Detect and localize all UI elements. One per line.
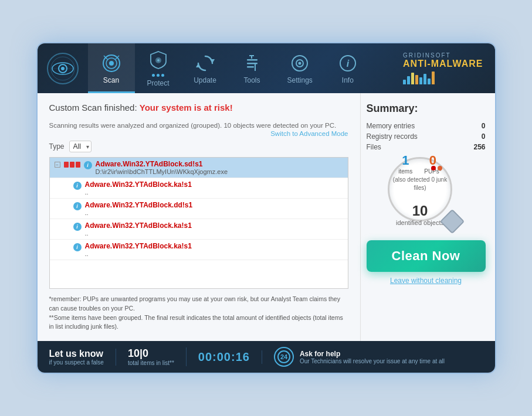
threat-name: Adware.Win32.YTAdBlock.sd!s1 (96, 160, 343, 168)
note-1: *remember: PUPs are unwanted programs yo… (49, 295, 348, 313)
info-icon: i (84, 161, 92, 169)
result-row[interactable]: i Adware.Win32.YTAdBlock.ka!s1 .. (50, 219, 348, 240)
counter-sub: total items in list** (128, 360, 174, 366)
footer-help-section[interactable]: 24 Ask for help Our Technicians will res… (262, 347, 456, 367)
nav-tabs: Scan Protect (88, 43, 392, 93)
content-area: Custom Scan finished: Your system is at … (38, 93, 495, 341)
dot-red (431, 166, 436, 171)
threat-path: .. (85, 189, 343, 196)
threat-path: .. (85, 209, 343, 216)
tab-update[interactable]: Update (182, 43, 229, 93)
threat-name: Adware.Win32.YTAdBlock.dd!s1 (85, 201, 343, 209)
app-logo (38, 43, 88, 93)
svg-text:i: i (347, 59, 350, 69)
footer-timer-section: 00:00:16 (187, 350, 262, 364)
threat-dots (431, 166, 442, 171)
scan-timer: 00:00:16 (198, 350, 250, 364)
brand-chart (403, 71, 483, 84)
result-text: Adware.Win32.YTAdBlock.ka!s1 .. (85, 242, 343, 257)
magnifier-graphic: 1 items 0 PUPs* (also detected 0 junk fi… (388, 157, 464, 233)
files-label: Files (367, 143, 381, 151)
protect-icon (148, 49, 169, 70)
result-row[interactable]: i Adware.Win32.YTAdBlock.ka!s1 .. (50, 178, 348, 199)
threat-path: D:\ir2\ir\win\bdChTTLMyIUn\WKkqXjogmz.ex… (96, 168, 343, 175)
svg-point-23 (299, 62, 301, 64)
info-icon: i (73, 243, 82, 251)
settings-icon (289, 53, 310, 74)
svg-rect-16 (247, 63, 257, 64)
result-text: Adware.Win32.YTAdBlock.sd!s1 D:\ir2\ir\w… (96, 160, 343, 175)
svg-point-8 (109, 61, 114, 66)
let-us-know-text: Let us know (49, 349, 104, 359)
app-window: Scan Protect (38, 43, 495, 373)
help-sub: Our Technicians will resolve your issue … (300, 358, 445, 364)
pups-stat: 0 PUPs* (424, 153, 441, 175)
summary-registry-row: Registry records 0 (367, 132, 486, 141)
svg-marker-14 (196, 63, 201, 67)
svg-text:24: 24 (280, 353, 288, 360)
svg-marker-13 (210, 59, 215, 63)
tab-scan-label: Scan (103, 76, 119, 84)
items-stat: 1 items (398, 153, 412, 175)
tab-tools-label: Tools (243, 76, 260, 84)
let-us-sub: if you suspect a false (49, 359, 104, 366)
expand-button[interactable]: − (55, 162, 60, 168)
leave-without-cleaning-link[interactable]: Leave without cleaning (367, 277, 486, 285)
tab-protect-label: Protect (147, 79, 169, 87)
results-list[interactable]: − i Adware.Win32.YTAdBlock.sd!s1 D:\ir2\… (49, 157, 348, 289)
threat-indicator (64, 162, 80, 168)
brand-area: GRIDINSOFT ANTI-MALWARE (391, 43, 494, 93)
counter-value: 10 (128, 347, 140, 359)
filter-label: Type (49, 142, 65, 151)
brand-top: GRIDINSOFT (403, 52, 483, 59)
items-count: 1 (398, 153, 412, 168)
result-text: Adware.Win32.YTAdBlock.dd!s1 .. (85, 201, 343, 216)
info-icon: i (73, 223, 82, 231)
tab-info-label: Info (342, 76, 354, 84)
circle-stats: 1 items 0 PUPs* (398, 153, 441, 175)
brand-bottom: ANTI-MALWARE (403, 59, 483, 69)
update-icon (195, 53, 216, 74)
footer-counter: 10|0 (128, 347, 174, 360)
magnifier-circle: 1 items 0 PUPs* (also detected 0 junk fi… (388, 157, 452, 221)
main-panel: Custom Scan finished: Your system is at … (38, 93, 360, 341)
result-text: Adware.Win32.YTAdBlock.ka!s1 .. (85, 180, 343, 196)
footer-let-us-know: Let us know if you suspect a false (49, 349, 116, 366)
registry-count: 0 (482, 132, 486, 141)
tab-scan[interactable]: Scan (88, 43, 135, 93)
memory-count: 0 (482, 122, 486, 130)
summary-title: Summary: (367, 103, 486, 115)
svg-rect-15 (247, 59, 257, 61)
scan-icon (101, 53, 122, 74)
footer: Let us know if you suspect a false 10|0 … (38, 341, 495, 373)
filter-select-wrap: All (69, 141, 92, 152)
note-2: **Some items have been grouped. The fina… (49, 313, 348, 332)
switch-mode-link[interactable]: Switch to Advanced Mode (270, 130, 348, 137)
info-icon: i (73, 182, 82, 190)
tab-tools[interactable]: Tools (229, 43, 276, 93)
threat-path: .. (85, 250, 343, 257)
result-row[interactable]: i Adware.Win32.YTAdBlock.ka!s1 .. (50, 240, 348, 260)
type-filter-select[interactable]: All (69, 141, 92, 152)
tab-protect[interactable]: Protect (135, 43, 182, 93)
scan-subtitle: Scanning results were analyzed and organ… (49, 122, 337, 129)
eye-logo-icon (47, 53, 79, 84)
result-row[interactable]: − i Adware.Win32.YTAdBlock.sd!s1 D:\ir2\… (50, 158, 348, 178)
tab-settings[interactable]: Settings (276, 43, 324, 93)
tab-info[interactable]: i Info (324, 43, 371, 93)
help-icon: 24 (274, 347, 294, 367)
info-icon: i (337, 53, 358, 74)
clean-now-button[interactable]: Clean Now (367, 240, 486, 272)
junk-note: (also detected 0 junk files) (389, 176, 450, 192)
identified-section: 10 identified objects (396, 203, 444, 226)
identified-label: identified objects (396, 219, 444, 226)
registry-label: Registry records (367, 132, 418, 141)
result-row[interactable]: i Adware.Win32.YTAdBlock.dd!s1 .. (50, 199, 348, 219)
memory-label: Memory entries (367, 122, 415, 130)
risk-text: Your system is at risk! (140, 103, 233, 112)
tools-icon (242, 53, 263, 74)
identified-count: 10 (396, 203, 444, 219)
summary-files-row: Files 256 (367, 143, 486, 151)
files-count: 256 (473, 143, 485, 151)
footer-counter-section: 10|0 total items in list** (116, 347, 187, 366)
